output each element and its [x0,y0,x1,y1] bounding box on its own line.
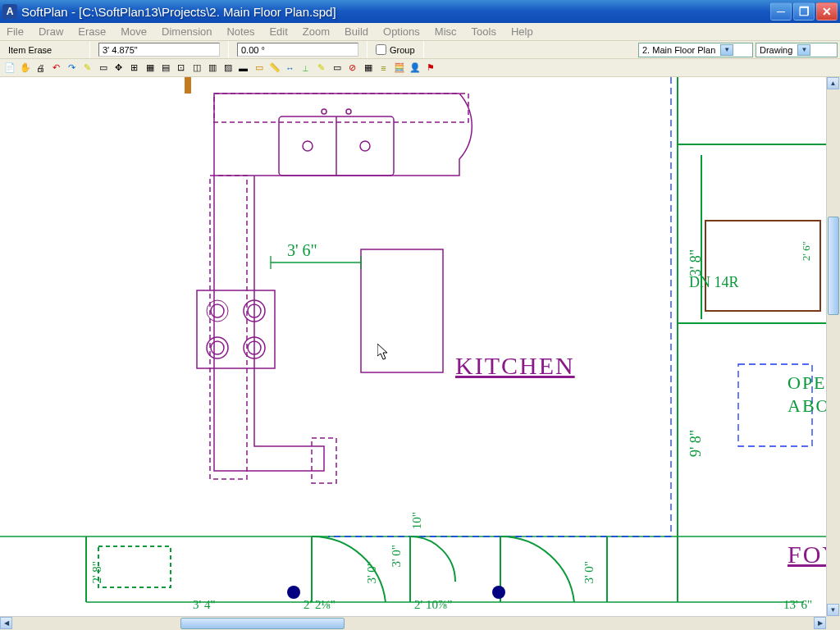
scroll-thumb[interactable] [180,618,345,629]
tool-icon[interactable]: ⟂ [299,61,313,75]
tool-icon[interactable]: ✋ [18,61,32,75]
group-checkbox[interactable] [376,44,386,55]
tool-icon[interactable]: ▬ [236,61,250,75]
titlebar: A SoftPlan - [C:\SoftPlan13\Projects\2. … [0,0,840,23]
node-icon [492,586,505,599]
chevron-down-icon: ▼ [720,44,733,56]
menu-erase[interactable]: Erase [78,25,106,38]
group-label: Group [390,45,415,55]
tool-icon[interactable]: ↶ [49,61,63,75]
mode-label: Item Erase [0,41,90,58]
dim-text: 9' 8" [687,430,705,457]
tool-icon[interactable]: ✎ [80,61,94,75]
svg-rect-17 [210,176,247,479]
tool-icon[interactable]: ▥ [205,61,219,75]
dim-text: 10" [410,512,424,529]
svg-rect-18 [361,249,443,372]
svg-rect-33 [98,546,171,587]
menu-dimension[interactable]: Dimension [162,25,212,38]
tool-icon[interactable]: ▭ [252,61,266,75]
dim-text: 2' 2⅛" [304,598,336,612]
menubar: File Draw Erase Move Dimension Notes Edi… [0,23,840,41]
svg-rect-0 [185,77,191,94]
label-above: ABO [788,395,830,417]
scroll-thumb[interactable] [828,217,839,315]
tool-icon[interactable]: ↷ [65,61,79,75]
plan-select[interactable]: 2. Main Floor Plan ▼ [638,43,753,57]
svg-point-7 [346,109,351,114]
tool-icon[interactable]: 👤 [408,61,422,75]
svg-point-11 [244,300,265,322]
menu-options[interactable]: Options [383,25,420,38]
tool-icon[interactable]: ⊞ [127,61,141,75]
tool-icon[interactable]: ▨ [221,61,235,75]
tool-icon[interactable]: ▦ [361,61,375,75]
tool-icon[interactable]: ▦ [143,61,157,75]
dim-text: 3' 8" [687,249,705,276]
drawing-canvas[interactable]: KITCHEN FOY OPE ABO 3' 6" 3' 8" 9' 8" 2'… [0,77,840,616]
menu-tools[interactable]: Tools [472,25,496,38]
tool-icon[interactable]: 📄 [2,61,16,75]
menu-file[interactable]: File [7,25,24,38]
node-icon [287,586,300,599]
svg-rect-19 [312,438,336,483]
scroll-left-icon[interactable]: ◀ [0,617,12,629]
tool-icon[interactable]: ↔ [283,61,297,75]
menu-move[interactable]: Move [121,25,147,38]
angle-input[interactable] [237,43,358,57]
tool-icon[interactable]: ▤ [158,61,172,75]
scroll-down-icon[interactable]: ▼ [827,604,839,616]
maximize-button[interactable]: ❐ [793,2,815,21]
status-bar: Item Erase Group 2. Main Floor Plan ▼ Dr… [0,41,840,59]
vertical-scrollbar[interactable]: ▲ ▼ [826,77,840,616]
svg-point-6 [322,109,326,114]
tool-icon[interactable]: ≡ [377,61,390,75]
toolbar: 📄 ✋ 🖨 ↶ ↷ ✎ ▭ ✥ ⊞ ▦ ▤ ⊡ ◫ ▥ ▨ ▬ ▭ 📏 ↔ ⟂ … [0,59,840,77]
label-open: OPE [788,372,827,394]
menu-misc[interactable]: Misc [435,25,457,38]
dim-text: 2' 8" [90,561,104,584]
svg-point-10 [211,304,224,317]
menu-build[interactable]: Build [345,25,368,38]
scroll-right-icon[interactable]: ▶ [814,617,826,629]
mode-select[interactable]: Drawing ▼ [756,43,838,57]
mode-select-value: Drawing [760,45,792,55]
tool-icon[interactable]: ▭ [330,61,344,75]
dim-text: 13' 6" [783,598,812,612]
tool-icon[interactable]: 📏 [267,61,281,75]
measure-input[interactable] [98,43,220,57]
close-button[interactable]: ✕ [816,2,838,21]
svg-point-12 [248,304,261,317]
room-label-kitchen: KITCHEN [455,352,575,380]
svg-point-13 [207,337,228,358]
menu-draw[interactable]: Draw [39,25,63,38]
tool-icon[interactable]: 🖨 [34,61,48,75]
tool-icon[interactable]: ⊘ [345,61,359,75]
svg-rect-8 [197,290,275,368]
tool-icon[interactable]: ⚑ [423,61,437,75]
tool-icon[interactable]: 🧮 [392,61,406,75]
menu-zoom[interactable]: Zoom [303,25,330,38]
menu-notes[interactable]: Notes [226,25,254,38]
tool-icon[interactable]: ⊡ [174,61,188,75]
dim-text: 3' 4" [193,598,216,612]
tool-icon[interactable]: ✎ [314,61,328,75]
dim-text: 2' 10⅞" [414,598,452,612]
menu-help[interactable]: Help [511,25,533,38]
scroll-up-icon[interactable]: ▲ [827,77,839,89]
horizontal-scrollbar[interactable]: ◀ ▶ [0,616,826,630]
minimize-button[interactable]: ─ [770,2,792,21]
menu-edit[interactable]: Edit [269,25,287,38]
dim-text: 3' 0" [365,561,379,584]
svg-point-4 [303,141,313,151]
tool-icon[interactable]: ✥ [112,61,126,75]
app-name: SoftPlan [21,5,68,19]
svg-point-5 [360,141,370,151]
file-path: [C:\SoftPlan13\Projects\2. Main Floor Pl… [79,5,336,19]
tool-icon[interactable]: ▭ [96,61,110,75]
tool-icon[interactable]: ◫ [189,61,203,75]
cursor-icon [377,344,389,360]
dim-text: 2' 6" [800,241,813,261]
svg-rect-31 [705,221,820,311]
scroll-corner [826,616,840,630]
